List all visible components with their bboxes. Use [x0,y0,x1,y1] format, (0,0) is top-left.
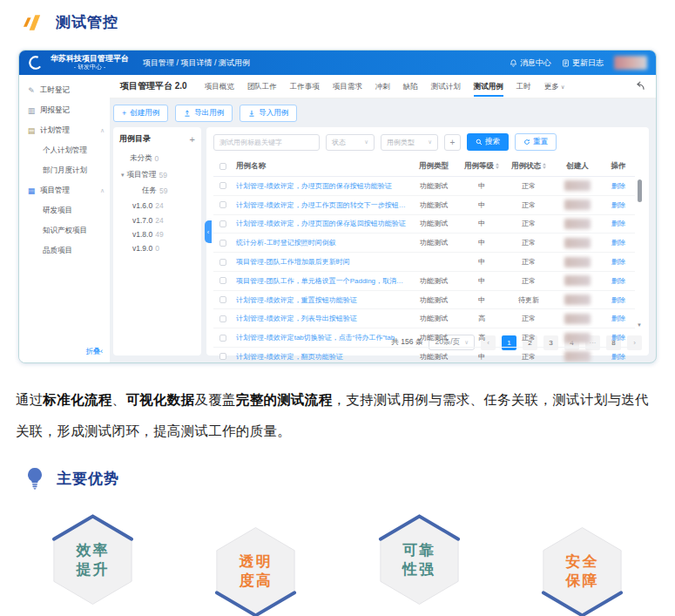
case-level-cell: 中 [459,253,504,272]
sort-icon [496,163,499,169]
case-name-link[interactable]: 计划管理-绩效评定，翻页功能验证 [233,348,408,363]
tab-项目概览[interactable]: 项目概览 [205,77,234,97]
user-avatar[interactable] [614,56,647,70]
row-checkbox[interactable] [219,353,226,360]
case-type-cell: 功能测试 [408,309,459,328]
search-icon [476,139,483,146]
bell-icon [510,59,517,67]
sidebar-item-计划管理[interactable]: ▤计划管理∧ [19,120,110,140]
table-scrollbar[interactable]: ▼ [637,178,642,328]
keyword-search-input[interactable] [213,134,320,151]
tab-项目需求[interactable]: 项目需求 [333,77,362,97]
select-all-checkbox[interactable] [219,163,226,170]
tree-node-count: 59 [159,171,167,179]
reset-button[interactable]: 重置 [515,133,557,151]
导入用例-button[interactable]: 导入用例 [240,105,297,122]
case-name-link[interactable]: 统计分析-工时登记按照时间倒叙 [233,234,408,253]
add-filter-button[interactable]: + [444,134,461,151]
col-case-name: 用例名称 [233,157,408,177]
sidebar-item-研发项目[interactable]: 研发项目 [19,200,110,220]
导出用例-button[interactable]: 导出用例 [175,105,233,122]
row-checkbox[interactable] [219,315,226,322]
tab-冲刺[interactable]: 冲刺 [375,77,390,97]
col-case-level[interactable]: 用例等级 [459,157,504,177]
tree-node-v1.8.0[interactable]: v1.8.049 [119,227,195,241]
tab-测试用例[interactable]: 测试用例 [474,77,503,97]
row-checkbox[interactable] [219,201,226,208]
row-checkbox[interactable] [219,240,226,247]
delete-link[interactable]: 删除 [611,277,625,285]
tree-node-任务[interactable]: 任务59 [119,183,195,199]
row-checkbox[interactable] [219,182,226,189]
collapse-arrow-icon: ‹ [100,347,103,355]
creator-avatar [564,333,591,343]
sidebar-item-工时登记[interactable]: ✎工时登记 [19,80,110,100]
case-name-link[interactable]: 计划管理-绩效评定，列表导出按钮验证 [233,309,408,328]
tab-更多[interactable]: 更多∨ [544,77,565,97]
row-checkbox[interactable] [219,296,226,303]
panel-collapse-handle[interactable]: ‹ [205,220,212,243]
case-name-link[interactable]: 计划管理-绩效评定，办理页面的保存按钮功能验证 [233,177,408,196]
case-name-link[interactable]: 计划管理-绩效评定tab切换验证，点击“待办工作”tab [233,328,408,348]
advantage-hexagon-安全保障: 安全保障 [540,524,624,616]
back-icon[interactable] [634,78,645,94]
tree-node-label: 项目管理 [127,170,157,180]
changelog-label: 更新日志 [572,58,604,69]
delete-link[interactable]: 删除 [611,353,625,361]
status-select[interactable]: 状态∨ [326,134,375,151]
delete-link[interactable]: 删除 [611,315,625,322]
case-name-link[interactable]: 计划管理-绩效评定，办理页面的保存返回按钮功能验证 [233,214,408,234]
case-name-link[interactable]: 计划管理-绩效评定，办理工作页面的转交下一步按钮功能验证 [233,195,408,214]
delete-link[interactable]: 删除 [611,258,625,266]
delete-link[interactable]: 删除 [611,220,625,227]
scrollbar-thumb[interactable] [638,179,642,202]
sidebar-item-周报登记[interactable]: ▥周报登记 [19,100,110,120]
tab-测试计划[interactable]: 测试计划 [431,77,461,97]
case-type-select[interactable]: 用例类型∨ [381,134,438,151]
tab-工作事项[interactable]: 工作事项 [290,77,320,97]
advantage-hexagon-效率提升: 效率提升 [51,512,135,608]
case-level-cell: 高 [459,328,504,348]
sidebar-collapse-button[interactable]: 折叠‹ [19,347,110,362]
创建用例-button[interactable]: +创建用例 [113,105,168,122]
tab-缺陷[interactable]: 缺陷 [403,77,418,97]
delete-link[interactable]: 删除 [611,334,625,342]
tree-node-v1.6.0[interactable]: v1.6.024 [119,199,195,213]
message-center-link[interactable]: 消息中心 [510,58,551,69]
delete-link[interactable]: 删除 [611,296,625,304]
scroll-down-icon[interactable]: ▼ [637,322,642,328]
tree-node-项目管理[interactable]: ▾项目管理59 [119,166,195,182]
sidebar-item-个人计划管理[interactable]: 个人计划管理 [19,140,110,160]
tab-团队工作[interactable]: 团队工作 [247,77,277,97]
creator-avatar [564,314,591,324]
row-checkbox[interactable] [219,259,226,266]
case-name-link[interactable]: 计划管理-绩效评定，重置按钮功能验证 [233,290,408,309]
delete-link[interactable]: 删除 [611,201,625,209]
case-status-cell: 正常 [504,271,553,290]
caret-up-icon: ∧ [100,127,105,134]
sidebar-item-label: 周报登记 [40,105,70,116]
col-case-status[interactable]: 用例状态 [504,157,553,177]
tree-node-未分类[interactable]: 未分类0 [119,151,195,166]
search-button[interactable]: 搜索 [467,133,509,151]
tab-工时[interactable]: 工时 [516,77,531,97]
row-checkbox[interactable] [219,220,226,227]
add-category-button[interactable]: + [190,134,195,145]
delete-link[interactable]: 删除 [611,239,625,247]
delete-link[interactable]: 删除 [611,182,625,190]
brand-block: 华苏科技项目管理平台 - 研发中心 - [51,55,129,71]
sidebar-item-部门月度计划[interactable]: 部门月度计划 [19,160,110,180]
changelog-link[interactable]: 更新日志 [562,58,604,69]
table-row: 计划管理-绩效评定，翻页功能验证功能测试中正常删除 [213,348,635,363]
case-name-link[interactable]: 项目管理-团队工作，单元格设置一个Padding，取消抖动效果， [233,271,408,290]
sidebar-item-品质项目[interactable]: 品质项目 [19,240,110,261]
case-name-link[interactable]: 项目管理-团队工作增加最后更新时间 [233,253,408,272]
tree-node-v1.9.0[interactable]: v1.9.00 [119,241,195,255]
sidebar-item-知识产权项目[interactable]: 知识产权项目 [19,220,110,240]
tree-node-v1.7.0[interactable]: v1.7.024 [119,213,195,227]
row-checkbox[interactable] [219,277,226,284]
app-logo-icon [28,55,44,71]
sidebar-item-项目管理[interactable]: ▦项目管理∧ [19,180,110,200]
menu-icon: ▤ [27,126,36,135]
row-checkbox[interactable] [219,335,226,342]
